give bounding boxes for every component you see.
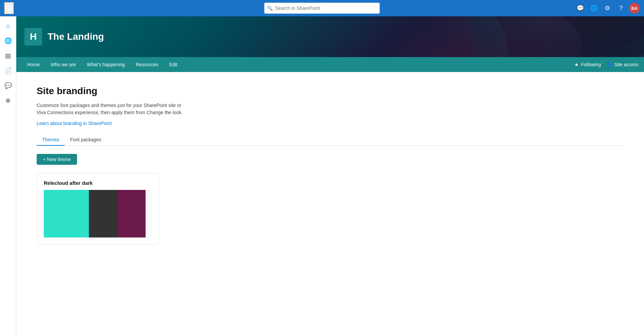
nav-item-resources[interactable]: Resources [130,57,164,72]
top-bar: ⊞ 🔍 💬 🌐 ⚙ ? BA [0,0,644,16]
following-label: Following [581,62,601,67]
site-access-action[interactable]: 👤 Site access [606,62,639,67]
nav-item-who-we-are[interactable]: Who we are [45,57,81,72]
chat-button[interactable]: 💬 [575,3,586,14]
theme-card-title: Relecloud after dark [44,180,152,186]
top-bar-left: ⊞ [4,2,14,14]
sidebar-item-document[interactable]: 📄 [1,64,15,77]
swatch-purple [117,190,146,237]
top-bar-right: 💬 🌐 ⚙ ? BA [575,3,640,14]
search-bar-container: 🔍 [264,3,380,14]
site-title: The Landing [48,31,104,42]
sidebar-item-add[interactable]: ⊕ [1,94,15,107]
site-access-label: Site access [614,62,639,67]
help-button[interactable]: ? [615,3,626,14]
learn-link[interactable]: Learn about branding in SharePoint [37,121,112,126]
nav-item-edit[interactable]: Edit [164,57,183,72]
swatch-cyan [44,190,89,237]
waffle-button[interactable]: ⊞ [4,2,14,14]
network-button[interactable]: 🌐 [588,3,599,14]
nav-item-home[interactable]: Home [22,57,45,72]
following-action[interactable]: ★ Following [574,62,601,67]
page-content: Site branding Customize font packages an… [16,72,644,336]
banner-decor [299,16,644,57]
person-icon: 👤 [606,62,612,67]
new-theme-button[interactable]: + New theme [37,154,77,165]
layout: ⌂ 🌐 ▤ 📄 💬 ⊕ [0,16,644,336]
swatch-dark-gray [89,190,117,237]
sidebar-item-list[interactable]: ▤ [1,49,15,63]
star-icon: ★ [574,62,579,67]
swatch-white [146,190,152,237]
page-description: Customize font packages and themes just … [37,102,186,116]
sidebar-item-globe[interactable]: 🌐 [1,34,15,48]
nav-bar: Home Who we are What's happening Resourc… [16,57,644,72]
tab-font-packages[interactable]: Font packages [65,134,107,146]
tab-themes[interactable]: Themes [37,134,65,146]
search-icon: 🔍 [267,5,273,11]
avatar-button[interactable]: BA [629,3,640,14]
sidebar-item-home[interactable]: ⌂ [1,19,15,33]
theme-swatches [44,190,152,237]
nav-item-whats-happening[interactable]: What's happening [81,57,130,72]
nav-bar-right: ★ Following 👤 Site access [574,62,639,67]
sidebar-item-chat[interactable]: 💬 [1,79,15,92]
site-logo: H [24,28,42,46]
settings-button[interactable]: ⚙ [602,3,613,14]
tabs: Themes Font packages [37,134,624,146]
sidebar: ⌂ 🌐 ▤ 📄 💬 ⊕ [0,16,16,336]
nav-bar-left: Home Who we are What's happening Resourc… [22,57,183,72]
site-header: H The Landing [16,16,644,57]
main-area: H The Landing Home Who we are What's hap… [16,16,644,336]
search-input[interactable] [264,3,380,14]
page-title: Site branding [37,86,624,96]
theme-card: Relecloud after dark [37,173,159,245]
